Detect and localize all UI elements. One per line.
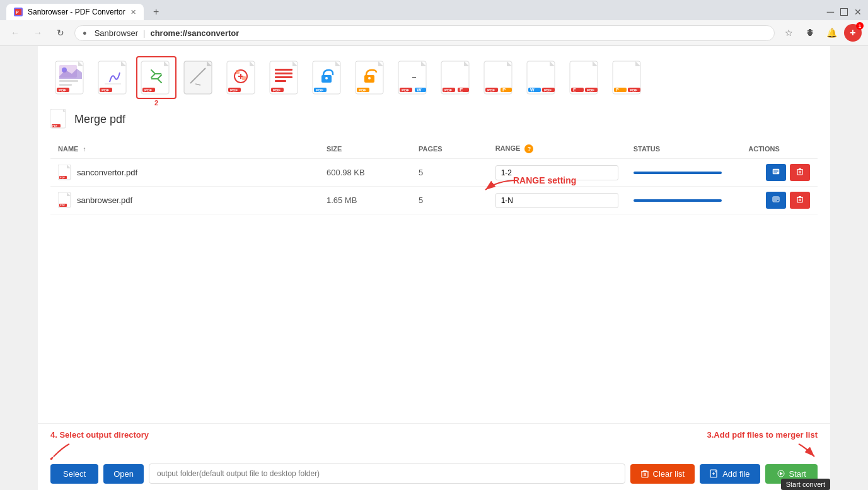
tool-icons-row: PDF PDF PDF (50, 56, 818, 99)
file-size-1: 600.98 KB (319, 159, 411, 187)
tool-icon-pdf-compress[interactable]: PDF (222, 56, 262, 99)
svg-point-43 (325, 77, 328, 79)
annotation-left: 4. Select output directory (50, 430, 149, 440)
tool-icon-excel-to-pdf[interactable]: E PDF (565, 56, 605, 99)
tool-icon-pdf-image[interactable]: PDF (50, 56, 91, 99)
svg-text:P: P (16, 10, 19, 15)
svg-point-49 (368, 77, 371, 79)
svg-rect-35 (275, 73, 292, 74)
tab-close-btn[interactable]: ✕ (130, 8, 136, 16)
col-header-name: NAME ↑ (50, 139, 319, 159)
bookmark-icon[interactable]: ☆ (780, 24, 797, 42)
file-range-cell-2[interactable] (488, 187, 626, 214)
file-range-cell-1[interactable] (488, 159, 626, 187)
tool-icon-pdf-to-ppt[interactable]: PDF P (479, 56, 519, 99)
svg-text:PDF: PDF (359, 88, 366, 92)
bottom-annotations: 4. Select output directory 3.Add pdf fil… (50, 430, 818, 462)
status-bar-1 (634, 172, 722, 174)
browser-toolbar: ← → ↻ ● Sanbrowser | chrome://sanconvert… (0, 20, 868, 46)
sort-icon: ↑ (83, 146, 86, 153)
tool-icon-pdf-to-excel[interactable]: PDF E (436, 56, 477, 99)
file-pages-1: 5 (411, 159, 488, 187)
tool-icon-ppt-to-pdf[interactable]: P PDF (608, 56, 648, 99)
tool-icon-word-to-pdf[interactable]: W PDF (522, 56, 562, 99)
annotation-left-arrow (50, 441, 76, 460)
extensions-icon[interactable] (801, 24, 819, 42)
address-brand: Sanbrowser (95, 28, 138, 38)
svg-rect-99 (797, 170, 802, 175)
svg-text:PDF: PDF (59, 88, 66, 92)
svg-rect-37 (275, 80, 286, 82)
table-header-row: NAME ↑ SIZE PAGES RANGE ? STATUS ACTIONS (50, 139, 818, 159)
address-url: chrome://sanconvertor (150, 28, 239, 38)
toolbar-right: ☆ 🔔 + 1 (780, 24, 862, 42)
svg-text:PDF: PDF (230, 88, 238, 92)
bottom-section: 4. Select output directory 3.Add pdf fil… (38, 423, 830, 462)
col-header-size: SIZE (319, 139, 411, 159)
browser-chrome: P Sanbrowser - PDF Convertor ✕ + ─ ✕ ← →… (0, 0, 868, 46)
svg-rect-103 (799, 168, 801, 170)
svg-rect-7 (59, 84, 72, 86)
svg-text:W: W (530, 88, 535, 92)
forward-button[interactable]: → (29, 24, 47, 42)
file-pages-2: 5 (411, 187, 488, 214)
range-input-2[interactable] (495, 193, 618, 208)
svg-rect-6 (59, 80, 78, 82)
badge-number: 1 (856, 22, 864, 30)
svg-text:E: E (573, 88, 576, 92)
delete-button-2[interactable] (790, 192, 810, 209)
tool-icon-pdf-to-word[interactable]: PDF W (393, 56, 434, 99)
tool-icon-pdf-text[interactable]: PDF (265, 56, 305, 99)
col-header-actions: ACTIONS (741, 139, 818, 159)
svg-text:PDF: PDF (587, 88, 594, 92)
address-bar[interactable]: ● Sanbrowser | chrome://sanconvertor (74, 25, 775, 41)
file-name-1: sanconvertor.pdf (77, 168, 137, 177)
col-header-status: STATUS (626, 139, 741, 159)
page-title: Merge pdf (74, 113, 125, 126)
tool-icon-pdf-unlock[interactable]: PDF (350, 56, 391, 99)
col-header-pages: PAGES (411, 139, 488, 159)
browser-tab[interactable]: P Sanbrowser - PDF Convertor ✕ (6, 4, 144, 20)
sanconvertor-icon[interactable]: + 1 (844, 24, 862, 42)
svg-rect-112 (797, 197, 802, 202)
tool-icon-pdf-edit[interactable] (179, 56, 219, 99)
minimize-icon[interactable]: ─ (827, 6, 834, 18)
tool-icon-pdf-sign[interactable]: PDF (93, 56, 134, 99)
svg-text:PDF: PDF (60, 204, 66, 207)
svg-text:PDF: PDF (144, 88, 152, 92)
tool-icon-pdf-merge[interactable]: PDF 2 (136, 56, 176, 99)
restore-icon[interactable] (840, 8, 848, 16)
page-header: PDF Merge pdf (50, 109, 818, 129)
file-name-2: sanbrowser.pdf (77, 195, 132, 205)
lock-icon: ● (83, 29, 87, 37)
pdf-file-icon-2: PDF (58, 192, 72, 209)
file-name-cell-1: PDF sanconvertor.pdf (50, 159, 319, 187)
detail-button-2[interactable] (766, 192, 786, 209)
svg-rect-29 (242, 76, 246, 80)
range-help-icon[interactable]: ? (524, 144, 533, 153)
new-tab-button[interactable]: + (149, 4, 164, 20)
svg-text:PDF: PDF (52, 124, 58, 127)
annotation-right-arrow (792, 441, 818, 460)
svg-text:P: P (502, 87, 506, 93)
close-icon[interactable]: ✕ (854, 7, 862, 17)
svg-text:PDF: PDF (316, 88, 323, 92)
tab-title: Sanbrowser - PDF Convertor (28, 8, 125, 16)
notification-icon[interactable]: 🔔 (823, 24, 840, 42)
table-row: PDF sanbrowser.pdf 1.65 MB 5 (50, 187, 818, 214)
col-header-range: RANGE ? (488, 139, 626, 159)
back-button[interactable]: ← (6, 24, 24, 42)
tab-favicon: P (14, 8, 23, 16)
delete-button-1[interactable] (790, 164, 810, 181)
file-name-cell-2: PDF sanbrowser.pdf (50, 187, 319, 214)
detail-button-1[interactable] (766, 164, 786, 181)
refresh-button[interactable]: ↻ (52, 24, 69, 42)
status-bar-2 (634, 199, 722, 202)
tool-icon-pdf-lock[interactable]: PDF (308, 56, 348, 99)
range-input-1[interactable] (495, 165, 618, 180)
titlebar: P Sanbrowser - PDF Convertor ✕ + ─ ✕ (0, 0, 868, 20)
svg-text:W: W (417, 87, 422, 93)
file-status-1 (626, 159, 741, 187)
file-table: NAME ↑ SIZE PAGES RANGE ? STATUS ACTIONS (50, 139, 818, 214)
svg-rect-28 (236, 70, 240, 74)
